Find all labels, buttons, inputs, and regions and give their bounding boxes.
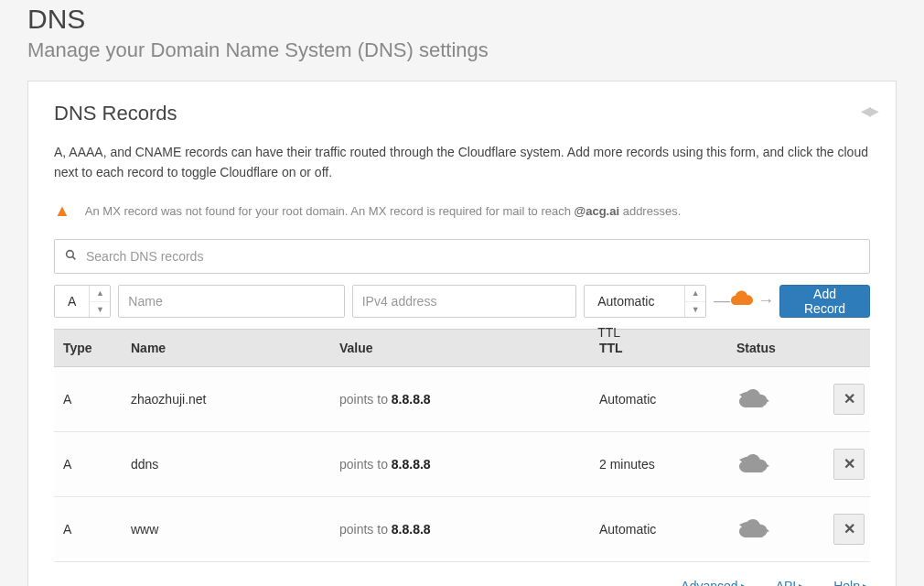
page-title: DNS [27, 0, 897, 35]
th-type: Type [54, 329, 122, 366]
footer-links: Advanced▶ API▶ Help▶ [54, 573, 870, 586]
proxy-status-icon[interactable] [736, 452, 813, 476]
api-link[interactable]: API▶ [776, 579, 807, 586]
th-status: Status [727, 329, 822, 366]
cell-value[interactable]: points to 8.8.8.8 [330, 431, 590, 496]
th-value: Value [330, 329, 590, 366]
chevron-up-down-icon[interactable]: ▲▼ [90, 286, 110, 317]
cell-type[interactable]: A [54, 496, 122, 561]
svg-line-1 [72, 256, 75, 259]
add-record-button[interactable]: Add Record [779, 285, 870, 318]
proxy-status-icon[interactable] [736, 517, 813, 541]
name-input[interactable] [118, 285, 344, 318]
cell-ttl[interactable]: 2 minutes [590, 431, 727, 496]
mx-alert: ▲ An MX record was not found for your ro… [54, 196, 870, 239]
svg-point-0 [67, 250, 74, 257]
delete-button[interactable]: ✕ [833, 449, 865, 480]
delete-button[interactable]: ✕ [833, 514, 865, 545]
delete-button[interactable]: ✕ [833, 384, 865, 415]
ttl-select[interactable]: Automatic TTL ▲▼ [584, 285, 706, 318]
table-row: Awwwpoints to 8.8.8.8Automatic✕ [54, 496, 870, 561]
cell-name[interactable]: www [122, 496, 330, 561]
cell-type[interactable]: A [54, 431, 122, 496]
cell-value[interactable]: points to 8.8.8.8 [330, 366, 590, 431]
page-subtitle: Manage your Domain Name System (DNS) set… [27, 35, 897, 81]
search-input[interactable] [54, 239, 870, 274]
cell-ttl[interactable]: Automatic [590, 496, 727, 561]
expand-icon[interactable]: ◀▶ [861, 103, 877, 118]
cell-type[interactable]: A [54, 366, 122, 431]
proxy-toggle[interactable]: — → [714, 285, 772, 318]
cloud-icon [728, 288, 757, 314]
cell-value[interactable]: points to 8.8.8.8 [330, 496, 590, 561]
alert-text: An MX record was not found for your root… [85, 204, 681, 218]
type-select[interactable]: A ▲▼ [54, 285, 111, 318]
search-icon [65, 249, 77, 264]
cell-name[interactable]: zhaozhuji.net [122, 366, 330, 431]
card-desc: A, AAAA, and CNAME records can have thei… [54, 142, 870, 183]
dns-records-card: ◀▶ DNS Records A, AAAA, and CNAME record… [27, 81, 897, 586]
th-name: Name [122, 329, 330, 366]
table-row: Azhaozhuji.netpoints to 8.8.8.8Automatic… [54, 366, 870, 431]
ip-input[interactable] [352, 285, 576, 318]
help-link[interactable]: Help▶ [833, 579, 870, 586]
card-title: DNS Records [54, 102, 870, 125]
add-record-form: A ▲▼ Automatic TTL ▲▼ — → Add Record [54, 285, 870, 318]
dns-records-table: Type Name Value TTL Status Azhaozhuji.ne… [54, 329, 870, 562]
cell-ttl[interactable]: Automatic [590, 366, 727, 431]
table-row: Addnspoints to 8.8.8.82 minutes✕ [54, 431, 870, 496]
warning-icon: ▲ [54, 201, 70, 221]
chevron-up-down-icon[interactable]: ▲▼ [685, 286, 705, 317]
advanced-link[interactable]: Advanced▶ [681, 579, 747, 586]
proxy-status-icon[interactable] [736, 387, 813, 411]
cell-name[interactable]: ddns [122, 431, 330, 496]
